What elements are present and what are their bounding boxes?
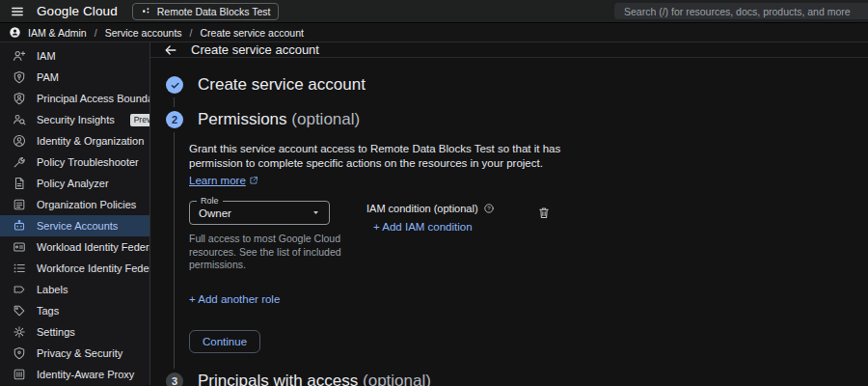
sidebar-item-label: Service Accounts xyxy=(37,220,118,232)
step-1-header[interactable]: Create service account xyxy=(166,75,868,95)
help-icon[interactable]: ? xyxy=(483,203,495,214)
project-selector-label: Remote Data Blocks Test xyxy=(157,6,271,17)
breadcrumb-segment-iam-admin[interactable]: IAM & Admin xyxy=(28,27,87,39)
menu-icon[interactable] xyxy=(11,5,24,18)
sidebar-item-security-insights[interactable]: Security InsightsPreview xyxy=(0,109,149,130)
shield-icon xyxy=(13,346,26,360)
gear-icon xyxy=(13,325,26,339)
role-field-label: Role xyxy=(197,196,223,206)
caret-down-icon xyxy=(312,208,320,217)
google-cloud-logo[interactable]: Google Cloud xyxy=(37,4,118,18)
sidebar-item-label: Principal Access Boundary xyxy=(37,93,150,104)
step-2-header[interactable]: 2 Permissions (optional) xyxy=(166,110,868,129)
delete-role-button[interactable] xyxy=(537,206,551,220)
sidebar-item-label: Security Insights xyxy=(37,114,115,125)
breadcrumb-separator: / xyxy=(95,27,97,39)
back-arrow-icon[interactable] xyxy=(164,43,177,57)
shield-key-icon xyxy=(13,70,26,84)
sidebar-item-label: Workload Identity Federation xyxy=(37,241,150,253)
badge-icon xyxy=(13,240,26,254)
sidebar-item-identity-aware-proxy[interactable]: Identity-Aware Proxy xyxy=(0,364,149,385)
page-title: Create service account xyxy=(191,42,319,57)
sidebar-item-label: Workforce Identity Federation xyxy=(37,262,150,274)
sidebar-item-labels[interactable]: Labels xyxy=(0,279,149,300)
step-2-content: Grant this service account access to Rem… xyxy=(174,132,868,369)
sidebar-item-label: Policy Troubleshooter xyxy=(37,156,139,168)
breadcrumb-separator: / xyxy=(190,27,193,39)
iam-condition-label: IAM condition (optional) xyxy=(366,203,478,214)
breadcrumb-segment-create-service-account: Create service account xyxy=(201,27,304,39)
step-3-optional-label: (optional) xyxy=(363,372,431,386)
project-selector-button[interactable]: Remote Data Blocks Test xyxy=(132,3,280,20)
sidebar-item-workforce-identity-federation[interactable]: Workforce Identity Federation xyxy=(0,258,149,279)
step-2-optional-label: (optional) xyxy=(291,110,360,128)
step-1-completed-badge xyxy=(166,76,183,94)
add-another-role-link[interactable]: + Add another role xyxy=(189,293,868,305)
tag-icon xyxy=(13,304,26,317)
step-1-title: Create service account xyxy=(198,75,366,95)
step-3-title: Principals with access xyxy=(198,372,358,386)
role-row: Role Owner Full access to most Google Cl… xyxy=(189,201,868,272)
check-icon xyxy=(170,80,180,91)
document-icon xyxy=(13,177,26,190)
sidebar-item-label: Labels xyxy=(37,284,68,295)
role-help-text: Full access to most Google Cloud resourc… xyxy=(189,233,345,272)
person-search-icon xyxy=(13,113,26,126)
stepper: Create service account 2 Permissions (op… xyxy=(150,58,868,386)
sidebar-item-workload-identity-federation[interactable]: Workload Identity Federation xyxy=(0,236,149,258)
list-alt-icon xyxy=(13,198,26,211)
main-content: Create service account Create service ac… xyxy=(150,42,868,385)
sidebar-item-service-accounts[interactable]: Service Accounts xyxy=(0,215,149,236)
breadcrumb-segment-service-accounts[interactable]: Service accounts xyxy=(105,27,182,39)
sidebar-nav: IAMPAMPrincipal Access BoundarySecurity … xyxy=(0,42,150,385)
sidebar-item-label: PAM xyxy=(37,71,59,83)
top-bar: Google Cloud Remote Data Blocks Test xyxy=(0,0,868,23)
external-link-icon xyxy=(249,176,258,185)
learn-more-label: Learn more xyxy=(189,175,246,186)
sidebar-item-iam[interactable]: IAM xyxy=(0,45,149,67)
svg-text:?: ? xyxy=(487,206,491,211)
step-2-number-badge: 2 xyxy=(166,111,183,128)
sidebar-item-settings[interactable]: Settings xyxy=(0,321,149,343)
content-header: Create service account xyxy=(150,42,868,58)
sidebar-item-principal-access-boundary[interactable]: Principal Access Boundary xyxy=(0,88,149,109)
label-icon xyxy=(13,283,26,296)
list-icon xyxy=(13,262,26,275)
learn-more-link[interactable]: Learn more xyxy=(189,175,258,186)
sidebar-item-label: Identity-Aware Proxy xyxy=(37,369,134,380)
sidebar-item-label: Policy Analyzer xyxy=(37,178,109,189)
step-3-header[interactable]: 3 Principals with access (optional) xyxy=(166,372,868,386)
person-add-icon xyxy=(13,49,26,63)
step-connector xyxy=(174,97,868,107)
sidebar-item-label: Identity & Organization xyxy=(37,135,144,147)
sidebar-item-organization-policies[interactable]: Organization Policies xyxy=(0,194,149,215)
permissions-description: Grant this service account access to Rem… xyxy=(189,142,565,171)
add-iam-condition-link[interactable]: + Add IAM condition xyxy=(373,221,495,233)
sidebar-item-label: Tags xyxy=(37,305,59,317)
shield-person-icon xyxy=(13,92,26,105)
role-select[interactable]: Role Owner xyxy=(189,201,330,225)
project-icon xyxy=(141,6,151,16)
sidebar-item-label: Settings xyxy=(37,326,75,338)
iam-admin-icon xyxy=(9,26,21,39)
step-2-title: Permissions xyxy=(198,110,287,128)
account-circle-icon xyxy=(13,134,26,148)
sidebar-item-label: Privacy & Security xyxy=(37,347,122,359)
iam-condition-column: IAM condition (optional) ? + Add IAM con… xyxy=(366,201,495,233)
search-input[interactable] xyxy=(614,3,868,19)
continue-button[interactable]: Continue xyxy=(189,330,260,353)
step-3-number-badge: 3 xyxy=(166,372,183,386)
preview-badge: Preview xyxy=(130,114,150,126)
sidebar-item-identity-organization[interactable]: Identity & Organization xyxy=(0,130,149,152)
sidebar-item-label: IAM xyxy=(37,50,56,62)
wrench-icon xyxy=(13,155,26,169)
breadcrumb: IAM & Admin/Service accounts/Create serv… xyxy=(28,27,304,39)
sidebar-item-pam[interactable]: PAM xyxy=(0,67,149,88)
sidebar-item-policy-analyzer[interactable]: Policy Analyzer xyxy=(0,173,149,194)
sidebar-item-policy-troubleshooter[interactable]: Policy Troubleshooter xyxy=(0,152,149,173)
sidebar-item-tags[interactable]: Tags xyxy=(0,300,149,321)
role-selected-value: Owner xyxy=(199,207,231,219)
sidebar-item-label: Organization Policies xyxy=(37,199,136,210)
sidebar-item-privacy-security[interactable]: Privacy & Security xyxy=(0,343,149,364)
robot-icon xyxy=(13,219,26,233)
